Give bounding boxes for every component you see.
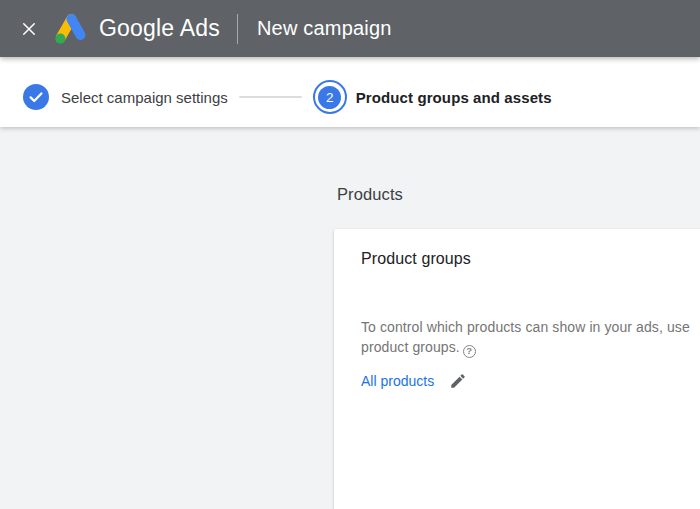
campaign-stepper: Select campaign settings 2 Product group…	[0, 57, 700, 127]
pencil-icon[interactable]	[449, 372, 467, 390]
topbar-divider	[237, 14, 238, 44]
close-icon	[20, 20, 38, 38]
step-connector-line	[239, 96, 302, 98]
product-groups-card: Product groups To control which products…	[334, 229, 700, 509]
check-circle-icon	[23, 84, 49, 110]
close-button[interactable]	[15, 15, 43, 43]
all-products-link[interactable]: All products	[361, 373, 434, 389]
main-content: Products Product groups To control which…	[0, 127, 700, 509]
step-select-campaign-settings[interactable]: Select campaign settings	[23, 84, 228, 110]
section-title: Products	[337, 185, 403, 204]
step-number: 2	[318, 86, 341, 109]
card-description-text: To control which products can show in yo…	[361, 319, 690, 355]
google-ads-logo-icon	[52, 12, 88, 46]
page-title: New campaign	[257, 17, 392, 40]
step-number-icon: 2	[313, 80, 347, 114]
step-label: Select campaign settings	[61, 89, 228, 106]
step-label: Product groups and assets	[356, 89, 552, 106]
brand-name: Google Ads	[99, 15, 220, 42]
help-circle-icon[interactable]: ?	[463, 345, 476, 358]
card-description: To control which products can show in yo…	[361, 317, 700, 358]
top-app-bar: Google Ads New campaign	[0, 0, 700, 57]
all-products-row: All products	[361, 372, 700, 390]
step-product-groups-and-assets[interactable]: 2 Product groups and assets	[313, 80, 552, 114]
card-title: Product groups	[361, 250, 700, 268]
